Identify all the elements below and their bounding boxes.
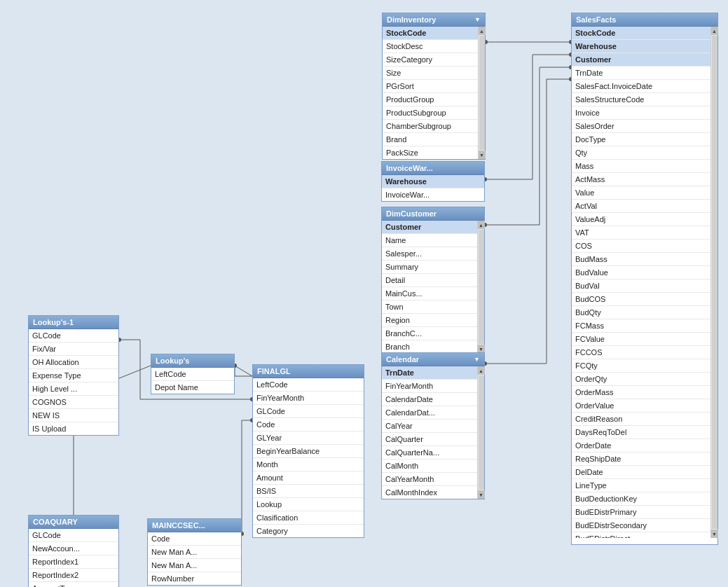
table-row[interactable]: ReportIndex1 [29,555,118,569]
table-row[interactable]: LeftCode [151,368,234,381]
table-row[interactable]: BudDeductionKey [572,492,710,506]
table-row[interactable]: BeginYearBalance [253,445,364,458]
table-row[interactable]: High Level ... [29,382,118,396]
table-row[interactable]: Code [148,532,241,546]
table-row[interactable]: Size [383,67,478,80]
table-row[interactable]: Lookup [253,498,364,511]
table-dimcustomer[interactable]: DimCustomer Customer Name Salesper... Su… [381,207,485,354]
table-row[interactable]: GLCode [29,329,118,343]
table-row[interactable]: BS/IS [253,485,364,498]
table-row[interactable]: DocType [572,133,710,146]
table-row[interactable]: ProductGroup [383,93,478,106]
table-row[interactable]: BudVal [572,279,710,293]
table-row[interactable]: Warehouse [382,175,484,188]
table-row[interactable]: ProductSubgroup [383,106,478,120]
table-row[interactable]: ChamberSubgroup [383,120,478,133]
table-row[interactable]: AccountType [29,582,118,587]
table-row[interactable]: GLYear [253,431,364,445]
table-row[interactable]: Mass [572,160,710,173]
table-row[interactable]: Region [382,314,477,327]
table-row[interactable]: FCValue [572,333,710,346]
table-row[interactable]: BranchC... [382,327,477,340]
table-row[interactable]: FinYearMonth [253,392,364,405]
table-row[interactable]: OrderMass [572,386,710,399]
table-row[interactable]: PackSize [383,146,478,159]
table-row[interactable]: PGrSort [383,80,478,93]
scroll-down[interactable]: ▼ [478,490,485,499]
table-row[interactable]: SizeCategory [383,53,478,67]
table-row[interactable]: Invoice [572,106,710,120]
table-row[interactable]: IS Upload [29,422,118,435]
table-row[interactable]: BudMass [572,253,710,266]
table-row[interactable]: OH Allocation [29,356,118,369]
table-row[interactable]: Customer [572,53,710,67]
table-row[interactable]: GLCode [253,405,364,418]
table-row[interactable]: Fix/Var [29,343,118,356]
table-row[interactable]: Code [253,418,364,431]
table-row[interactable]: StockCode [383,27,478,40]
table-row[interactable]: InvoiceWar... [382,188,484,201]
table-row[interactable]: COS [572,240,710,253]
table-row[interactable]: Month [253,458,364,471]
table-row[interactable]: Warehouse [572,40,710,53]
table-salesfacts[interactable]: SalesFacts StockCode Warehouse Customer … [571,13,718,545]
table-row[interactable]: Town [382,301,477,314]
table-row[interactable]: TrnDate [382,366,477,380]
table-row[interactable]: OrderValue [572,399,710,413]
table-row[interactable]: CalQuarterNa... [382,446,477,460]
scroll-bar[interactable]: ▲ ▼ [710,27,717,538]
scroll-down[interactable]: ▼ [711,530,718,538]
table-row[interactable]: Branch [382,340,477,353]
table-row[interactable]: VAT [572,226,710,240]
table-row[interactable]: Amount [253,471,364,485]
table-row[interactable]: Depot Name [151,381,234,394]
table-row[interactable]: SalesStructureCode [572,93,710,106]
table-row[interactable]: New Man A... [148,546,241,559]
table-row[interactable]: Qty [572,146,710,160]
table-row[interactable]: Brand [383,133,478,146]
table-diminventory[interactable]: DimInventory ▼ StockCode StockDesc SizeC… [382,13,486,160]
table-row[interactable]: BudValue [572,266,710,279]
table-row[interactable]: Clasification [253,511,364,525]
table-row[interactable]: MainCus... [382,287,477,301]
table-coaquary[interactable]: COAQUARY GLCode NewAccoun... ReportIndex… [28,515,119,587]
scroll-bar[interactable]: ▲ ▼ [477,221,484,353]
table-row[interactable]: StockCode [572,27,710,40]
table-lookups[interactable]: Lookup's LeftCode Depot Name [151,354,235,394]
table-invoicewar[interactable]: InvoiceWar... Warehouse InvoiceWar... [381,161,485,202]
table-row[interactable]: CalMonthIndex [382,486,477,499]
table-row[interactable]: CalQuarter [382,433,477,446]
table-row[interactable]: Name [382,234,477,247]
table-row[interactable]: NewAccoun... [29,542,118,555]
table-row[interactable]: LineType [572,479,710,492]
table-row[interactable]: ValueAdj [572,213,710,226]
table-row[interactable]: BudEDistrPrimary [572,506,710,519]
table-row[interactable]: SalesOrder [572,120,710,133]
table-row[interactable]: FCQty [572,359,710,373]
table-row[interactable]: DaysReqToDel [572,426,710,439]
table-row[interactable]: FinYearMonth [382,380,477,393]
table-row[interactable]: BudCOS [572,293,710,306]
table-row[interactable]: Detail [382,274,477,287]
scroll-up[interactable]: ▲ [711,27,718,35]
table-row[interactable]: CalMonth [382,460,477,473]
table-mainccsec[interactable]: MAINCCSEC... Code New Man A... New Man A… [147,518,242,586]
table-row[interactable]: FCCOS [572,346,710,359]
table-row[interactable]: LeftCode [253,378,364,392]
scroll-bar[interactable]: ▲ ▼ [478,27,485,159]
table-row[interactable]: TrnDate [572,67,710,80]
table-row[interactable]: ActVal [572,200,710,213]
scroll-up[interactable]: ▲ [478,366,485,375]
table-row[interactable]: StockDesc [383,40,478,53]
table-row[interactable]: SalesFact.InvoiceDate [572,80,710,93]
table-row[interactable]: COGNOS [29,396,118,409]
table-row[interactable]: CalYear [382,420,477,433]
table-row[interactable]: BudEDistrSecondary [572,519,710,532]
table-row[interactable]: BudQty [572,306,710,319]
table-row[interactable]: ReqShipDate [572,453,710,466]
scroll-down[interactable]: ▼ [479,151,486,159]
scroll-bar[interactable]: ▲ ▼ [477,366,484,499]
table-calendar[interactable]: Calendar ▼ TrnDate FinYearMonth Calendar… [381,352,485,499]
table-row[interactable]: Category [253,525,364,537]
table-row[interactable]: ActMass [572,173,710,186]
